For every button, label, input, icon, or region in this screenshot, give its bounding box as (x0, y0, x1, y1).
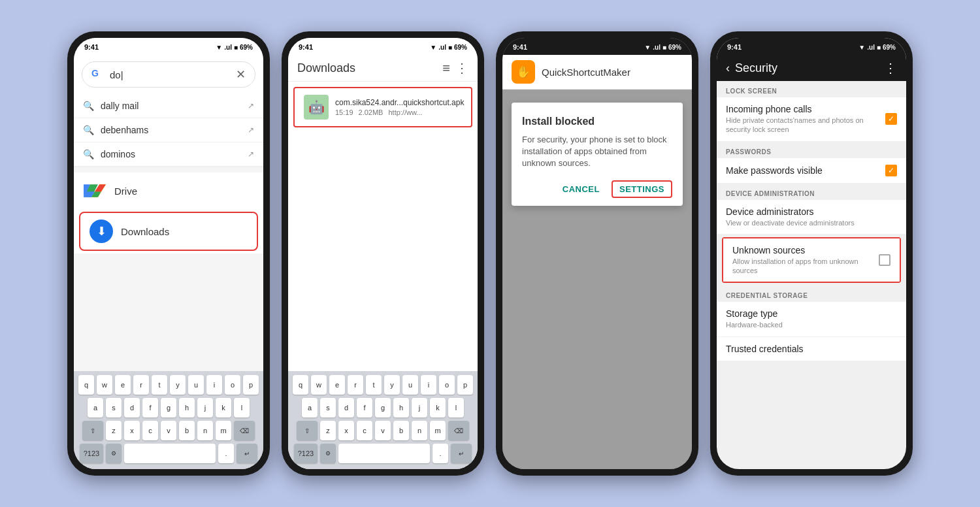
settings-key[interactable]: ⚙ (106, 444, 122, 463)
key-j[interactable]: j (197, 398, 213, 417)
key-i[interactable]: i (421, 375, 436, 395)
key-u[interactable]: u (188, 375, 204, 395)
app-drive[interactable]: Drive (74, 172, 263, 209)
cancel-button[interactable]: CANCEL (556, 180, 606, 198)
key-l[interactable]: l (234, 398, 250, 417)
key-v[interactable]: v (375, 421, 391, 440)
filter-icon[interactable]: ≡ (442, 61, 450, 76)
phone1-screen: 9:41 ▼ .ul ■ 69% G do| ✕ 🔍 (74, 38, 263, 469)
key-s[interactable]: s (320, 398, 336, 417)
more-icon[interactable]: ⋮ (884, 60, 897, 76)
key-m[interactable]: m (430, 421, 446, 440)
key-w[interactable]: w (311, 375, 327, 395)
key-h[interactable]: h (393, 398, 409, 417)
key-s[interactable]: s (106, 398, 122, 417)
key-k[interactable]: k (430, 398, 446, 417)
key-r[interactable]: r (348, 375, 363, 395)
key-o[interactable]: o (439, 375, 455, 395)
key-h[interactable]: h (179, 398, 195, 417)
key-n[interactable]: n (197, 421, 213, 440)
key-b[interactable]: b (393, 421, 409, 440)
num-key[interactable]: ?123 (294, 444, 318, 463)
period-key[interactable]: . (433, 444, 448, 463)
key-j[interactable]: j (412, 398, 427, 417)
shift-key[interactable]: ⇧ (82, 421, 103, 440)
key-p[interactable]: p (457, 375, 473, 395)
key-m[interactable]: m (216, 421, 231, 440)
signal-icon: .ul (438, 44, 446, 51)
key-q[interactable]: q (293, 375, 308, 395)
key-x[interactable]: x (124, 421, 140, 440)
close-icon[interactable]: ✕ (236, 67, 246, 82)
credential-storage-label: CREDENTIAL STORAGE (717, 286, 906, 302)
key-o[interactable]: o (225, 375, 240, 395)
key-f[interactable]: f (357, 398, 372, 417)
key-z[interactable]: z (106, 421, 122, 440)
battery-percent: 69% (668, 44, 681, 51)
key-r[interactable]: r (133, 375, 149, 395)
battery-icon: ■ (448, 44, 452, 51)
key-e[interactable]: e (329, 375, 345, 395)
suggestion-item[interactable]: 🔍 dominos ↗ (74, 142, 263, 167)
key-l[interactable]: l (448, 398, 464, 417)
storage-type-item[interactable]: Storage type Hardware-backed (717, 302, 906, 336)
back-icon[interactable]: ‹ (726, 61, 730, 75)
suggestion-item[interactable]: 🔍 dally mail ↗ (74, 94, 263, 118)
key-b[interactable]: b (179, 421, 195, 440)
more-icon[interactable]: ⋮ (455, 60, 468, 76)
unknown-sources-checkbox[interactable] (879, 254, 890, 266)
key-a[interactable]: a (302, 398, 318, 417)
key-z[interactable]: z (320, 421, 336, 440)
key-g[interactable]: g (375, 398, 391, 417)
app-downloads[interactable]: ⬇ Downloads (79, 212, 258, 251)
key-d[interactable]: d (124, 398, 140, 417)
incoming-calls-checkbox[interactable]: ✓ (885, 113, 897, 125)
key-d[interactable]: d (338, 398, 354, 417)
incoming-calls-item[interactable]: Incoming phone calls Hide private contac… (717, 97, 906, 142)
settings-key[interactable]: ⚙ (320, 444, 336, 463)
suggestion-item[interactable]: 🔍 debenhams ↗ (74, 118, 263, 142)
enter-key[interactable]: ↵ (237, 444, 257, 463)
key-c[interactable]: c (357, 421, 372, 440)
unknown-sources-item[interactable]: Unknown sources Allow installation of ap… (723, 238, 900, 282)
key-u[interactable]: u (402, 375, 418, 395)
num-key[interactable]: ?123 (80, 444, 103, 463)
device-admins-item[interactable]: Device administrators View or deactivate… (717, 200, 906, 235)
wifi-icon: ▼ (216, 44, 222, 51)
key-k[interactable]: k (216, 398, 231, 417)
period-key[interactable]: . (218, 444, 234, 463)
key-g[interactable]: g (161, 398, 176, 417)
download-item[interactable]: 🤖 com.sika524.andr...quickshortcut.apk 1… (293, 87, 472, 127)
key-t[interactable]: t (366, 375, 382, 395)
key-w[interactable]: w (97, 375, 112, 395)
space-key[interactable] (124, 444, 216, 463)
key-y[interactable]: y (384, 375, 400, 395)
backspace-key[interactable]: ⌫ (448, 421, 469, 440)
key-p[interactable]: p (243, 375, 259, 395)
search-input[interactable]: do| (110, 69, 231, 80)
passwords-checkbox[interactable]: ✓ (885, 165, 897, 176)
key-e[interactable]: e (115, 375, 131, 395)
trusted-credentials-item[interactable]: Trusted credentials (717, 337, 906, 361)
key-n[interactable]: n (412, 421, 427, 440)
key-t[interactable]: t (152, 375, 167, 395)
key-a[interactable]: a (88, 398, 103, 417)
search-bar[interactable]: G do| ✕ (82, 61, 255, 88)
suggestions-list: 🔍 dally mail ↗ 🔍 debenhams ↗ 🔍 dominos ↗ (74, 94, 263, 167)
settings-button[interactable]: SETTINGS (612, 180, 672, 198)
shift-key[interactable]: ⇧ (297, 421, 318, 440)
key-f[interactable]: f (142, 398, 158, 417)
enter-key[interactable]: ↵ (451, 444, 472, 463)
backspace-key[interactable]: ⌫ (234, 421, 255, 440)
phone3-status-icons: ▼ .ul ■ 69% (644, 44, 681, 51)
passwords-label: PASSWORDS (717, 142, 906, 158)
key-i[interactable]: i (206, 375, 222, 395)
key-y[interactable]: y (170, 375, 186, 395)
key-q[interactable]: q (78, 375, 94, 395)
key-c[interactable]: c (142, 421, 158, 440)
passwords-visible-item[interactable]: Make passwords visible ✓ (717, 158, 906, 184)
key-x[interactable]: x (338, 421, 354, 440)
key-v[interactable]: v (161, 421, 176, 440)
incoming-calls-sub: Hide private contacts'names and photos o… (726, 116, 885, 135)
space-key[interactable] (338, 444, 430, 463)
